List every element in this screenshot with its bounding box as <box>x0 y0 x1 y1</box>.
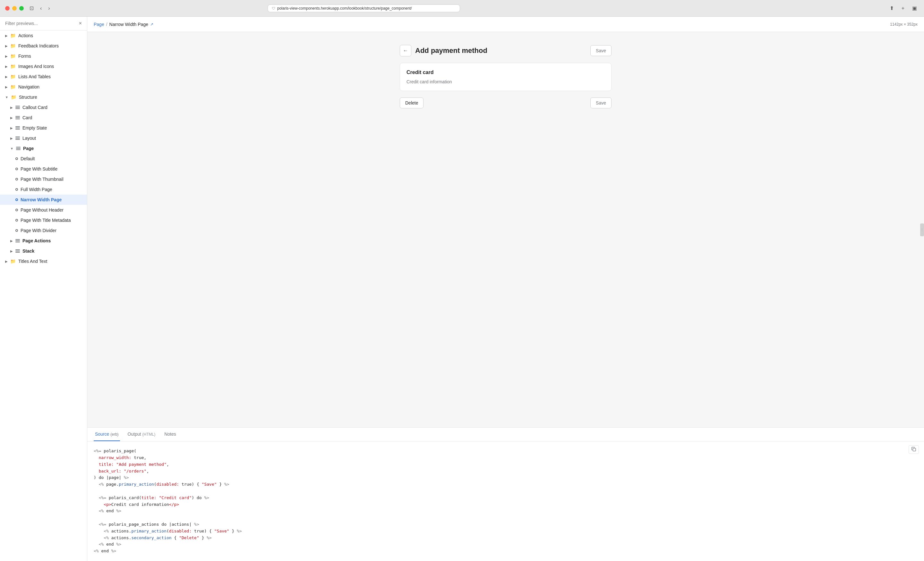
breadcrumb: Page / Narrow Width Page ↗ <box>94 22 153 27</box>
tab-notes[interactable]: Notes <box>163 428 177 441</box>
sidebar-item-navigation[interactable]: ▶ 📁 Navigation <box>0 82 87 92</box>
page-header: ← Add payment method Save <box>400 45 612 57</box>
clear-search-button[interactable]: × <box>79 21 82 26</box>
sidebar-label-images: Images And Icons <box>18 64 54 69</box>
dot-icon <box>15 188 18 191</box>
sidebar-item-structure[interactable]: ▼ 📁 Structure <box>0 92 87 102</box>
back-nav-icon[interactable]: ‹ <box>38 5 44 12</box>
search-input[interactable] <box>5 21 76 26</box>
dot-icon <box>15 157 18 160</box>
sidebar-right-icon[interactable]: ▣ <box>910 4 919 12</box>
chevron-right-icon: ▶ <box>10 250 13 253</box>
close-button[interactable] <box>5 6 10 10</box>
tab-output-label: Output <box>128 431 141 437</box>
chevron-right-icon: ▶ <box>5 85 8 89</box>
sidebar-label-titles: Titles And Text <box>18 259 47 264</box>
component-icon <box>15 239 20 242</box>
save-header-button[interactable]: Save <box>590 45 612 56</box>
page-component: ← Add payment method Save Credit card Cr… <box>400 45 612 414</box>
sidebar-item-lists[interactable]: ▶ 📁 Lists And Tables <box>0 72 87 82</box>
folder-icon: 📁 <box>10 259 16 264</box>
resize-handle[interactable]: ⋮ <box>920 223 924 236</box>
chevron-right-icon: ▶ <box>5 44 8 48</box>
sidebar-label-lists: Lists And Tables <box>18 74 51 79</box>
folder-icon: 📁 <box>11 94 16 100</box>
sidebar-item-fullwidth[interactable]: Full Width Page <box>0 184 87 194</box>
sidebar-item-emptystate[interactable]: ▶ Empty State <box>0 123 87 133</box>
sidebar-label-subtitle: Page With Subtitle <box>21 166 57 172</box>
dot-icon <box>15 199 18 201</box>
sidebar-item-actions[interactable]: ▶ 📁 Actions <box>0 30 87 41</box>
traffic-lights <box>5 6 24 10</box>
component-icon <box>15 250 20 253</box>
breadcrumb-current: Narrow Width Page <box>110 22 148 27</box>
sidebar-item-callout[interactable]: ▶ Callout Card <box>0 102 87 112</box>
sidebar-item-titlemetadata[interactable]: Page With Title Metadata <box>0 215 87 225</box>
chevron-down-icon: ▼ <box>5 96 8 99</box>
dot-icon <box>15 168 18 170</box>
security-icon: 🛡 <box>272 6 275 10</box>
page-footer: Delete Save <box>400 97 612 108</box>
sidebar-item-pageactions[interactable]: ▶ Page Actions <box>0 236 87 246</box>
sidebar-item-default[interactable]: Default <box>0 154 87 164</box>
tab-source-label: Source <box>95 431 109 437</box>
sidebar-item-stack[interactable]: ▶ Stack <box>0 246 87 256</box>
sidebar-item-subtitle[interactable]: Page With Subtitle <box>0 164 87 174</box>
forward-nav-icon[interactable]: › <box>46 5 52 12</box>
tab-source[interactable]: Source (erb) <box>94 428 120 441</box>
address-bar[interactable]: 🛡 polaris-view-components.herokuapp.com/… <box>268 4 460 12</box>
sidebar-label-navigation: Navigation <box>18 84 39 90</box>
sidebar-item-thumbnail[interactable]: Page With Thumbnail <box>0 174 87 184</box>
svg-rect-0 <box>913 449 916 451</box>
sidebar-item-layout[interactable]: ▶ Layout <box>0 133 87 143</box>
chevron-right-icon: ▶ <box>10 126 13 130</box>
chevron-right-icon: ▶ <box>5 34 8 37</box>
chevron-right-icon: ▶ <box>5 75 8 79</box>
sidebar-item-feedback[interactable]: ▶ 📁 Feedback Indicators <box>0 41 87 51</box>
sidebar-label-callout: Callout Card <box>22 105 48 110</box>
folder-icon: 📁 <box>10 64 16 69</box>
browser-chrome: ⊡ ‹ › 🛡 polaris-view-components.herokuap… <box>0 0 924 16</box>
share-icon[interactable]: ⬆ <box>888 4 896 12</box>
sidebar-item-narrowwidth[interactable]: Narrow Width Page <box>0 194 87 205</box>
tab-output[interactable]: Output (HTML) <box>126 428 157 441</box>
sidebar-label-feedback: Feedback Indicators <box>18 43 59 48</box>
new-tab-icon[interactable]: + <box>900 5 906 12</box>
dot-icon <box>15 209 18 211</box>
folder-icon: 📁 <box>10 74 16 79</box>
component-icon <box>15 126 20 130</box>
component-icon <box>16 147 21 150</box>
breadcrumb-parent[interactable]: Page <box>94 22 104 27</box>
tab-source-sub: (erb) <box>110 432 118 437</box>
chevron-right-icon: ▶ <box>5 65 8 68</box>
sidebar-label-titlemetadata: Page With Title Metadata <box>21 218 70 223</box>
sidebar-item-divider[interactable]: Page With Divider <box>0 225 87 236</box>
sidebar-label-fullwidth: Full Width Page <box>21 187 52 192</box>
card-title: Credit card <box>406 70 605 75</box>
tab-notes-label: Notes <box>164 431 176 437</box>
back-button[interactable]: ← <box>400 45 411 57</box>
sidebar-item-noheader[interactable]: Page Without Header <box>0 205 87 215</box>
sidebar-item-forms[interactable]: ▶ 📁 Forms <box>0 51 87 61</box>
app-container: × ▶ 📁 Actions ▶ 📁 Feedback Indicators ▶ … <box>0 16 924 561</box>
sidebar-label-structure: Structure <box>19 94 37 100</box>
sidebar-item-images[interactable]: ▶ 📁 Images And Icons <box>0 61 87 72</box>
sidebar-item-page[interactable]: ▼ Page <box>0 143 87 154</box>
sidebar-label-pageactions: Page Actions <box>22 238 51 243</box>
sidebar-label-card: Card <box>22 115 32 120</box>
copy-code-button[interactable] <box>909 445 919 454</box>
sidebar-label-noheader: Page Without Header <box>21 207 63 212</box>
sidebar-item-titles[interactable]: ▶ 📁 Titles And Text <box>0 256 87 266</box>
fullscreen-button[interactable] <box>19 6 24 10</box>
component-icon <box>15 106 20 109</box>
external-link-icon[interactable]: ↗ <box>150 22 153 27</box>
sidebar: × ▶ 📁 Actions ▶ 📁 Feedback Indicators ▶ … <box>0 16 87 561</box>
sidebar-toggle-icon[interactable]: ⊡ <box>28 4 36 12</box>
minimize-button[interactable] <box>12 6 16 10</box>
save-footer-button[interactable]: Save <box>590 97 612 108</box>
content-topbar: Page / Narrow Width Page ↗ 1142px × 352p… <box>87 16 924 32</box>
chevron-right-icon: ▶ <box>5 260 8 263</box>
sidebar-label-emptystate: Empty State <box>22 125 47 130</box>
sidebar-item-card[interactable]: ▶ Card <box>0 112 87 123</box>
delete-button[interactable]: Delete <box>400 97 423 108</box>
